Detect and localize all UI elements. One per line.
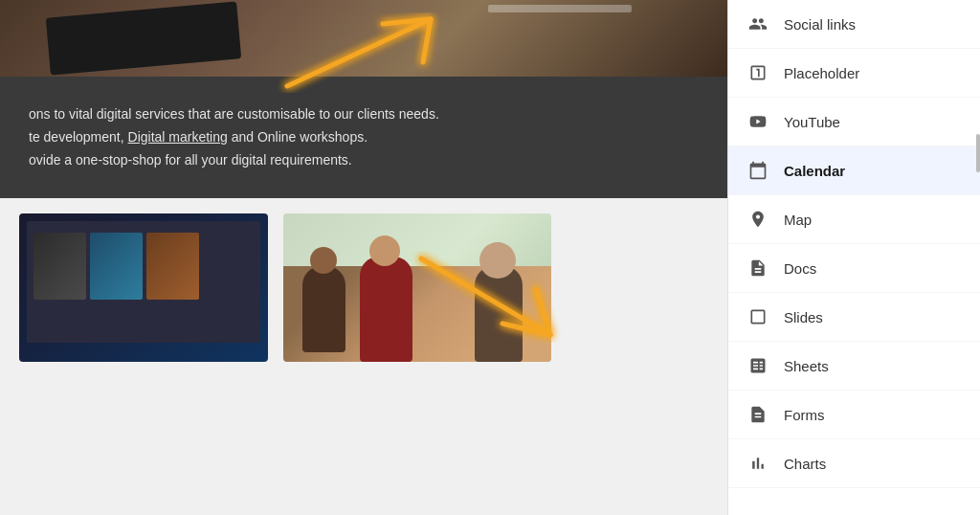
- text-line-2: te development, Digital marketing and On…: [29, 126, 699, 149]
- bottom-images-section: [0, 198, 727, 380]
- sidebar-item-docs[interactable]: Docs: [728, 244, 980, 293]
- sidebar-item-map[interactable]: Map: [728, 195, 980, 244]
- sidebar-item-sheets[interactable]: Sheets: [728, 342, 980, 391]
- scrollbar-thumb[interactable]: [976, 134, 980, 172]
- sidebar-item-youtube[interactable]: YouTube: [728, 98, 980, 146]
- sheets-label: Sheets: [784, 358, 829, 374]
- slides-label: Slides: [784, 309, 823, 325]
- tile-1: [33, 233, 86, 300]
- charts-label: Charts: [784, 456, 826, 472]
- calendar-icon: [747, 160, 768, 181]
- sheets-icon: [747, 355, 768, 376]
- slides-icon: [747, 306, 768, 327]
- placeholder-label: Placeholder: [784, 65, 859, 81]
- text-line-3: ovide a one-stop-shop for all your digit…: [29, 149, 699, 172]
- sidebar-item-charts[interactable]: Charts: [728, 439, 980, 488]
- text-line-1: ons to vital digital services that are c…: [29, 103, 699, 126]
- youtube-label: YouTube: [784, 114, 840, 130]
- person-silhouette-3: [475, 266, 523, 362]
- youtube-icon: [747, 111, 768, 132]
- sidebar-item-placeholder[interactable]: Placeholder: [728, 49, 980, 98]
- map-icon: [747, 209, 768, 230]
- person-silhouette-1: [302, 266, 345, 352]
- calendar-label: Calendar: [784, 163, 845, 179]
- laptop-image: [19, 213, 268, 362]
- sidebar-item-forms[interactable]: Forms: [728, 391, 980, 439]
- sidebar-item-slides[interactable]: Slides: [728, 293, 980, 342]
- docs-icon: [747, 258, 768, 279]
- forms-label: Forms: [784, 407, 825, 423]
- social-links-label: Social links: [784, 16, 856, 33]
- sidebar-item-calendar[interactable]: Calendar: [728, 146, 980, 195]
- placeholder-icon: [747, 62, 768, 83]
- image-tiles: [33, 233, 199, 300]
- dark-text-section: ons to vital digital services that are c…: [0, 77, 727, 198]
- map-label: Map: [784, 212, 812, 228]
- sidebar: Social links Placeholder YouTube Calenda…: [727, 0, 980, 515]
- docs-label: Docs: [784, 260, 816, 277]
- forms-icon: [747, 404, 768, 425]
- charts-icon: [747, 453, 768, 474]
- social-links-icon: [747, 13, 768, 34]
- sidebar-item-social-links[interactable]: Social links: [728, 0, 980, 49]
- person-silhouette-2: [360, 257, 412, 362]
- tile-2: [90, 233, 143, 300]
- tile-3: [146, 233, 199, 300]
- main-content-area: ons to vital digital services that are c…: [0, 0, 727, 515]
- meeting-image: [283, 213, 551, 362]
- top-hero-image: [0, 0, 727, 77]
